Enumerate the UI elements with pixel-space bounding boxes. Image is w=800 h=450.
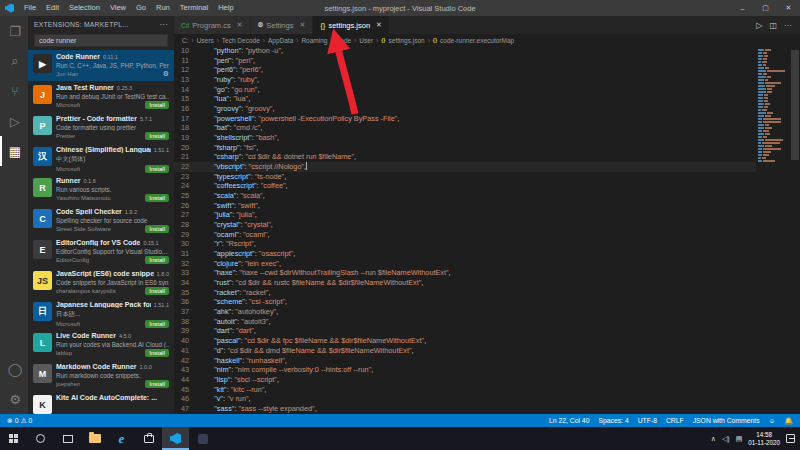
extension-list-item[interactable]: RRunner0.1.6Run various scripts.Yasuhiro…	[28, 174, 174, 205]
notifications-bell-icon[interactable]: 🔔	[785, 417, 794, 425]
status-item[interactable]: JSON with Comments	[693, 417, 760, 424]
code-line[interactable]: 40 "pascal": "cd $dir && fpc $fileName &…	[174, 336, 756, 346]
code-line[interactable]: 26 "swift": "swift",	[174, 201, 756, 211]
code-line[interactable]: 27 "julia": "julia",	[174, 210, 756, 220]
close-button[interactable]: ✕	[777, 0, 800, 16]
code-line[interactable]: 21 "csharp": "cd $dir && dotnet run $fil…	[174, 152, 756, 162]
breadcrumb-item[interactable]: Code	[336, 37, 352, 44]
code-line[interactable]: 31 "applescript": "osascript",	[174, 249, 756, 259]
vertical-scrollbar[interactable]	[790, 46, 800, 414]
taskbar-search-button[interactable]	[27, 427, 54, 450]
code-line[interactable]: 12 "perl6": "perl6",	[174, 65, 756, 75]
status-item[interactable]: UTF-8	[638, 417, 657, 424]
run-code-button[interactable]: ▷	[756, 21, 762, 30]
gear-icon[interactable]: ⚙	[163, 70, 169, 78]
close-icon[interactable]: ✕	[299, 21, 305, 29]
code-line[interactable]: 32 "clojure": "lein exec",	[174, 259, 756, 269]
settings-gear-icon[interactable]: ⚙	[0, 384, 28, 414]
menu-selection[interactable]: Selection	[64, 0, 105, 16]
code-editor[interactable]: 10 "python": "python -u",11 "perl": "per…	[174, 46, 756, 414]
code-line[interactable]: 36 "scheme": "csi -script",	[174, 297, 756, 307]
vscode-app-button[interactable]	[162, 427, 189, 450]
code-line[interactable]: 41 "d": "cd $dir && dmd $fileName && $di…	[174, 346, 756, 356]
install-button[interactable]: Install	[145, 320, 169, 328]
code-line[interactable]: 13 "ruby": "ruby",	[174, 75, 756, 85]
extension-list-item[interactable]: 日Japanese Language Pack for Vi...1.51.1日…	[28, 298, 174, 329]
code-line[interactable]: 15 "lua": "lua",	[174, 94, 756, 104]
menu-edit[interactable]: Edit	[41, 0, 64, 16]
scrollbar-thumb[interactable]	[791, 50, 799, 160]
app-button[interactable]	[189, 427, 216, 450]
install-button[interactable]: Install	[145, 380, 169, 388]
menu-run[interactable]: Run	[151, 0, 175, 16]
code-line[interactable]: 22 "vbscript": "cscript //Nologo",	[174, 162, 756, 172]
code-line[interactable]: 16 "groovy": "groovy",	[174, 104, 756, 114]
code-line[interactable]: 18 "bat": "cmd /c",	[174, 123, 756, 133]
tab-program-cs[interactable]: C#Program.cs✕	[174, 16, 251, 34]
breadcrumb-item[interactable]: Roaming	[301, 37, 327, 44]
install-button[interactable]: Install	[145, 287, 169, 295]
code-line[interactable]: 37 "ahk": "autohotkey",	[174, 307, 756, 317]
code-line[interactable]: 43 "nim": "nim compile --verbosity:0 --h…	[174, 365, 756, 375]
source-control-icon[interactable]: ⑂	[0, 76, 28, 106]
code-line[interactable]: 39 "dart": "dart",	[174, 326, 756, 336]
code-line[interactable]: 29 "ocaml": "ocaml",	[174, 230, 756, 240]
start-button[interactable]	[0, 427, 27, 450]
extension-list-item[interactable]: CCode Spell Checker1.9.2Spelling checker…	[28, 205, 174, 236]
edge-browser-button[interactable]: e	[108, 427, 135, 450]
code-line[interactable]: 46 "v": "v run",	[174, 394, 756, 404]
code-line[interactable]: 10 "python": "python -u",	[174, 46, 756, 56]
code-line[interactable]: 25 "scala": "scala",	[174, 191, 756, 201]
code-line[interactable]: 23 "typescript": "ts-node",	[174, 172, 756, 182]
status-item[interactable]: Ln 22, Col 40	[549, 417, 589, 424]
network-icon[interactable]: ▤	[736, 435, 743, 443]
breadcrumb-item[interactable]: code-runner.executorMap	[440, 37, 514, 44]
status-item[interactable]: Spaces: 4	[598, 417, 628, 424]
code-line[interactable]: 42 "haskell": "runhaskell",	[174, 356, 756, 366]
tray-chevron-icon[interactable]: ∧	[711, 435, 716, 443]
code-line[interactable]: 47 "sass": "sass --style expanded",	[174, 404, 756, 414]
install-button[interactable]: Install	[145, 256, 169, 264]
install-button[interactable]: Install	[145, 225, 169, 233]
close-icon[interactable]: ✕	[376, 21, 382, 29]
install-button[interactable]: Install	[145, 101, 169, 109]
menu-help[interactable]: Help	[213, 0, 238, 16]
file-explorer-button[interactable]	[81, 427, 108, 450]
microsoft-store-button[interactable]	[135, 427, 162, 450]
code-line[interactable]: 44 "lisp": "sbcl --script",	[174, 375, 756, 385]
code-line[interactable]: 35 "racket": "racket",	[174, 288, 756, 298]
menu-file[interactable]: File	[19, 0, 41, 16]
menu-terminal[interactable]: Terminal	[175, 0, 213, 16]
menu-go[interactable]: Go	[131, 0, 151, 16]
tab-settings[interactable]: ⚙Settings✕	[251, 16, 314, 34]
close-icon[interactable]: ✕	[237, 21, 243, 29]
code-line[interactable]: 38 "autoit": "autoit3",	[174, 317, 756, 327]
more-actions-icon[interactable]: ···	[159, 20, 168, 29]
account-icon[interactable]: ◯	[0, 354, 28, 384]
code-line[interactable]: 11 "perl": "perl",	[174, 56, 756, 66]
extension-list-item[interactable]: JJava Test Runner0.25.3Run and debug JUn…	[28, 81, 174, 112]
split-editor-button[interactable]: ◫	[769, 21, 777, 30]
install-button[interactable]: Install	[145, 132, 169, 140]
code-line[interactable]: 14 "go": "go run",	[174, 85, 756, 95]
menu-view[interactable]: View	[105, 0, 131, 16]
extensions-icon[interactable]: ▦	[0, 136, 28, 166]
extension-list-item[interactable]: KKite AI Code AutoComplete: ...	[28, 391, 174, 414]
install-button[interactable]: Install	[145, 165, 169, 173]
extension-list-item[interactable]: MMarkdown Code Runner1.0.0Run markdown c…	[28, 360, 174, 391]
breadcrumb-item[interactable]: Tech Decode	[222, 37, 260, 44]
tab-settings-json[interactable]: {}settings.json✕	[313, 16, 390, 34]
feedback-smiley-icon[interactable]: ☺	[769, 417, 776, 424]
extension-list-item[interactable]: LLive Code Runner4.5.0Run your codes via…	[28, 329, 174, 360]
install-button[interactable]: Install	[145, 194, 169, 202]
code-line[interactable]: 17 "powershell": "powershell -ExecutionP…	[174, 114, 756, 124]
install-button[interactable]: Install	[145, 349, 169, 357]
status-item[interactable]: CRLF	[666, 417, 684, 424]
code-line[interactable]: 33 "haxe": "haxe --cwd $dirWithoutTraili…	[174, 268, 756, 278]
errors-warnings[interactable]: ⊗ 0 ⚠ 0	[7, 417, 32, 425]
extension-list-item[interactable]: ▶Code Runner0.11.1Run C, C++, Java, JS, …	[28, 50, 174, 81]
breadcrumb-item[interactable]: Users	[197, 37, 214, 44]
extensions-search-input[interactable]	[34, 34, 168, 47]
code-line[interactable]: 28 "crystal": "crystal",	[174, 220, 756, 230]
minimize-button[interactable]: –	[731, 0, 754, 16]
